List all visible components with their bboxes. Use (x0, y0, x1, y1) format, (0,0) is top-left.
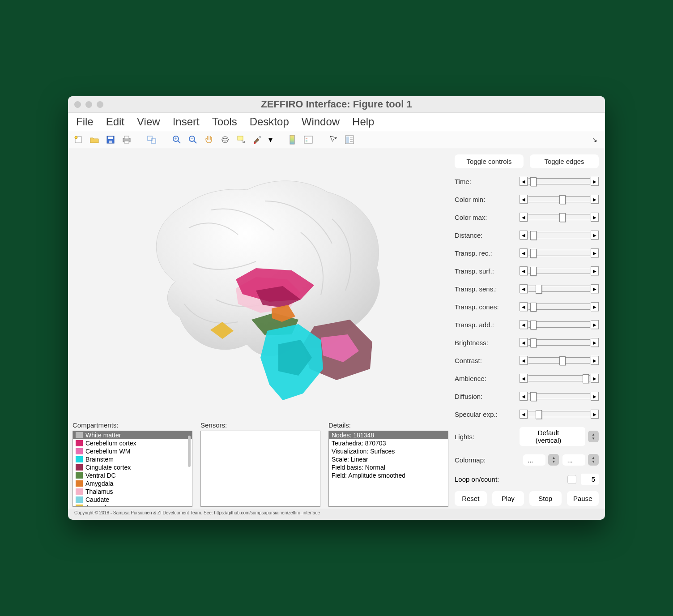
lights-select[interactable]: Default (vertical) (520, 427, 585, 446)
slider-right-arrow[interactable]: ▶ (591, 213, 599, 222)
slider-left-arrow[interactable]: ◀ (520, 284, 528, 293)
slider-left-arrow[interactable]: ◀ (520, 177, 528, 186)
loop-count[interactable]: 5 (581, 474, 599, 485)
menu-desktop[interactable]: Desktop (250, 116, 289, 128)
dock-arrow-icon[interactable]: ↘ (589, 134, 601, 145)
list-item[interactable]: Field basis: Normal (329, 463, 448, 471)
menu-window[interactable]: Window (302, 116, 340, 128)
slider-thumb[interactable] (530, 321, 537, 329)
edit-plot-icon[interactable] (328, 134, 339, 145)
colorbar-icon[interactable] (286, 134, 298, 145)
list-item[interactable]: Brainstem (73, 455, 192, 463)
slider-thumb[interactable] (536, 410, 542, 419)
slider-right-arrow[interactable]: ▶ (591, 284, 599, 293)
data-cursor-icon[interactable] (235, 134, 247, 145)
slider-left-arrow[interactable]: ◀ (520, 338, 528, 347)
list-item[interactable]: Tetrahedra: 870703 (329, 439, 448, 447)
list-item[interactable]: Nodes: 181348 (329, 431, 448, 439)
list-item[interactable]: Visualization: Surfaces (329, 447, 448, 455)
menu-insert[interactable]: Insert (173, 116, 200, 128)
slider-right-arrow[interactable]: ▶ (591, 392, 599, 401)
slider-left-arrow[interactable]: ◀ (520, 302, 528, 311)
colormap-right[interactable]: ... (562, 454, 585, 466)
zoom-in-icon[interactable] (171, 134, 183, 145)
slider-thumb[interactable] (530, 392, 537, 401)
slider-12[interactable]: ◀▶ (520, 391, 599, 401)
slider-0[interactable]: ◀▶ (520, 176, 599, 186)
list-item[interactable]: Caudate (73, 496, 192, 504)
play-button[interactable]: Play (492, 491, 524, 506)
list-item[interactable]: Field: Amplitude smoothed (329, 471, 448, 479)
list-item[interactable]: Thalamus (73, 488, 192, 496)
details-listbox[interactable]: Nodes: 181348Tetrahedra: 870703Visualiza… (328, 431, 448, 507)
list-item[interactable]: Scale: Linear (329, 455, 448, 463)
slider-right-arrow[interactable]: ▶ (591, 248, 599, 257)
menu-tools[interactable]: Tools (212, 116, 237, 128)
colormap-left-stepper[interactable]: ▲▼ (548, 454, 559, 466)
slider-right-arrow[interactable]: ▶ (591, 195, 599, 204)
slider-left-arrow[interactable]: ◀ (520, 320, 528, 329)
stop-button[interactable]: Stop (529, 491, 562, 506)
slider-thumb[interactable] (583, 374, 589, 383)
compartments-listbox[interactable]: White matterCerebellum cortexCerebellum … (72, 431, 192, 507)
pan-icon[interactable] (203, 134, 215, 145)
brush-icon[interactable] (251, 134, 263, 145)
slider-right-arrow[interactable]: ▶ (591, 302, 599, 311)
new-figure-icon[interactable] (72, 134, 84, 145)
toggle-edges-button[interactable]: Toggle edges (530, 154, 599, 168)
slider-thumb[interactable] (530, 177, 537, 186)
slider-3[interactable]: ◀▶ (520, 230, 599, 240)
slider-left-arrow[interactable]: ◀ (520, 195, 528, 204)
slider-right-arrow[interactable]: ▶ (591, 177, 599, 186)
rotate-3d-icon[interactable] (219, 134, 231, 145)
slider-right-arrow[interactable]: ▶ (591, 338, 599, 347)
slider-right-arrow[interactable]: ▶ (591, 356, 599, 365)
slider-thumb[interactable] (530, 231, 537, 240)
slider-9[interactable]: ◀▶ (520, 338, 599, 347)
dropdown-caret-icon[interactable]: ▾ (268, 134, 273, 145)
colormap-right-stepper[interactable]: ▲▼ (588, 454, 599, 466)
slider-13[interactable]: ◀▶ (520, 409, 599, 419)
open-icon[interactable] (89, 134, 100, 145)
slider-thumb[interactable] (530, 303, 537, 312)
lights-stepper[interactable]: ▲▼ (588, 431, 599, 442)
slider-left-arrow[interactable]: ◀ (520, 410, 528, 419)
sensors-listbox[interactable] (200, 431, 320, 507)
menu-file[interactable]: File (76, 116, 94, 128)
slider-left-arrow[interactable]: ◀ (520, 248, 528, 257)
slider-thumb[interactable] (559, 195, 566, 204)
slider-left-arrow[interactable]: ◀ (520, 266, 528, 275)
loop-checkbox[interactable] (567, 475, 576, 484)
slider-thumb[interactable] (530, 267, 537, 276)
slider-thumb[interactable] (559, 356, 566, 365)
colormap-left[interactable]: ... (523, 454, 546, 466)
slider-right-arrow[interactable]: ▶ (591, 320, 599, 329)
menu-help[interactable]: Help (352, 116, 374, 128)
print-icon[interactable] (121, 134, 132, 145)
brain-viewport[interactable] (72, 152, 448, 420)
slider-left-arrow[interactable]: ◀ (520, 356, 528, 365)
slider-left-arrow[interactable]: ◀ (520, 213, 528, 222)
slider-left-arrow[interactable]: ◀ (520, 374, 528, 383)
slider-thumb[interactable] (530, 338, 537, 347)
list-item[interactable]: Amygdala (73, 479, 192, 488)
slider-8[interactable]: ◀▶ (520, 320, 599, 329)
slider-thumb[interactable] (530, 249, 537, 258)
slider-right-arrow[interactable]: ▶ (591, 410, 599, 419)
slider-left-arrow[interactable]: ◀ (520, 231, 528, 240)
link-axes-icon[interactable] (146, 134, 158, 145)
list-item[interactable]: Cingulate cortex (73, 463, 192, 471)
slider-right-arrow[interactable]: ▶ (591, 266, 599, 275)
list-item[interactable]: Accumbens (73, 504, 192, 507)
slider-thumb[interactable] (536, 285, 542, 294)
show-plot-tools-icon[interactable] (344, 134, 355, 145)
slider-1[interactable]: ◀▶ (520, 194, 599, 204)
toggle-controls-button[interactable]: Toggle controls (455, 154, 524, 168)
zoom-out-icon[interactable] (187, 134, 199, 145)
slider-10[interactable]: ◀▶ (520, 355, 599, 365)
list-item[interactable]: White matter (73, 431, 192, 439)
slider-6[interactable]: ◀▶ (520, 284, 599, 294)
list-item[interactable]: Cerebellum cortex (73, 439, 192, 447)
reset-button[interactable]: Reset (455, 491, 487, 506)
slider-left-arrow[interactable]: ◀ (520, 392, 528, 401)
